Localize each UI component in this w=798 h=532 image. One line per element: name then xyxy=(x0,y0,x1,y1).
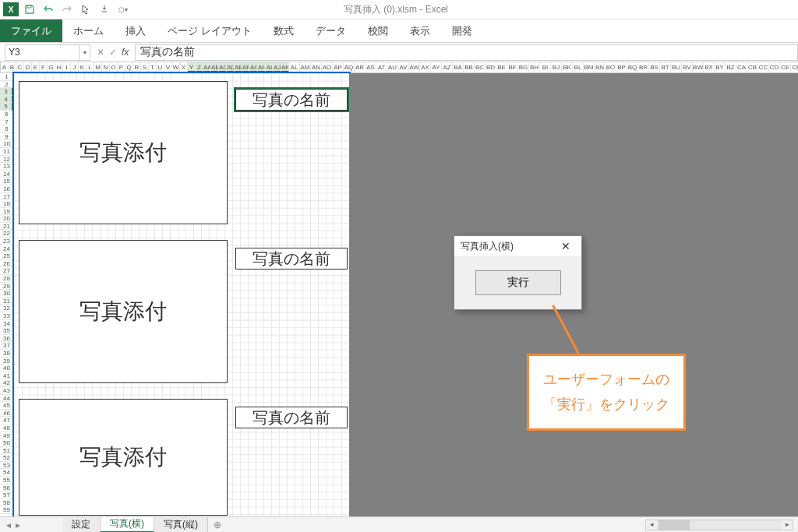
col-header[interactable]: BQ xyxy=(627,62,638,72)
row-header[interactable]: 16 xyxy=(0,185,13,193)
col-header[interactable]: B xyxy=(9,62,16,72)
close-icon[interactable]: ✕ xyxy=(556,240,575,252)
col-header[interactable]: Q xyxy=(125,62,133,72)
col-header[interactable]: BN xyxy=(595,62,606,72)
col-header[interactable]: BD xyxy=(486,62,496,72)
row-header[interactable]: 46 xyxy=(0,410,13,417)
col-header[interactable]: A xyxy=(1,62,9,72)
col-header[interactable]: BC xyxy=(475,62,486,72)
row-header[interactable]: 19 xyxy=(0,208,13,216)
row-header[interactable]: 25 xyxy=(0,252,13,260)
sheet-tab-photo-v[interactable]: 写真(縦) xyxy=(154,517,208,533)
row-header[interactable]: 39 xyxy=(0,358,13,365)
redo-icon[interactable] xyxy=(59,2,75,17)
col-header[interactable]: V xyxy=(164,62,172,72)
col-header[interactable]: AD xyxy=(227,62,235,72)
tab-nav-next-icon[interactable]: ▸ xyxy=(16,520,20,530)
col-header[interactable]: AK xyxy=(281,62,289,72)
row-header[interactable]: 41 xyxy=(0,372,13,380)
col-header[interactable]: AY xyxy=(431,62,442,72)
row-header[interactable]: 36 xyxy=(0,335,13,343)
row-header[interactable]: 6 xyxy=(0,111,13,118)
col-header[interactable]: AL xyxy=(289,62,300,72)
row-header[interactable]: 14 xyxy=(0,171,13,178)
col-header[interactable]: Y xyxy=(188,62,196,72)
col-header[interactable]: X xyxy=(180,62,188,72)
row-header[interactable]: 30 xyxy=(0,290,13,298)
col-header[interactable]: AU xyxy=(387,62,398,72)
row-header[interactable]: 28 xyxy=(0,275,13,283)
col-header[interactable]: AQ xyxy=(344,62,355,72)
fx-icon[interactable]: fx xyxy=(122,47,129,58)
col-header[interactable]: BK xyxy=(562,62,573,72)
row-header[interactable]: 52 xyxy=(0,454,13,462)
row-header[interactable]: 50 xyxy=(0,439,13,447)
col-header[interactable]: AH xyxy=(258,62,266,72)
col-header[interactable]: AI xyxy=(266,62,274,72)
row-header[interactable]: 8 xyxy=(0,125,13,133)
row-header[interactable]: 20 xyxy=(0,215,13,223)
row-header[interactable]: 35 xyxy=(0,327,13,335)
save-icon[interactable] xyxy=(22,2,37,17)
row-header[interactable]: 55 xyxy=(0,477,13,484)
col-header[interactable]: AC xyxy=(219,62,227,72)
col-header[interactable]: S xyxy=(141,62,149,72)
row-header[interactable]: 33 xyxy=(0,312,13,320)
row-header[interactable]: 51 xyxy=(0,447,13,455)
col-header[interactable]: AG xyxy=(250,62,258,72)
col-header[interactable]: T xyxy=(149,62,157,72)
row-header[interactable]: 44 xyxy=(0,395,13,403)
row-header[interactable]: 23 xyxy=(0,238,13,245)
col-header[interactable]: BO xyxy=(606,62,616,72)
col-header[interactable]: AO xyxy=(322,62,333,72)
row-header[interactable]: 13 xyxy=(0,163,13,171)
col-header[interactable]: AF xyxy=(242,62,250,72)
userform-dialog[interactable]: 写真挿入(横) ✕ 実行 xyxy=(454,235,582,310)
tab-nav-prev-icon[interactable]: ◂ xyxy=(6,520,11,530)
col-header[interactable]: BU xyxy=(671,62,682,72)
col-header[interactable]: E xyxy=(32,62,40,72)
tab-review[interactable]: 校閲 xyxy=(357,19,399,42)
col-header[interactable]: BG xyxy=(518,62,529,72)
col-header[interactable]: N xyxy=(102,62,110,72)
undo-icon[interactable] xyxy=(41,2,56,17)
row-header[interactable]: 7 xyxy=(0,118,13,126)
col-header[interactable]: CC xyxy=(758,62,769,72)
row-header[interactable]: 47 xyxy=(0,417,13,425)
row-header[interactable]: 42 xyxy=(0,379,13,387)
col-header[interactable]: F xyxy=(40,62,48,72)
formula-input[interactable]: 写真の名前 xyxy=(135,44,798,61)
col-header[interactable]: AE xyxy=(235,62,242,72)
horizontal-scrollbar[interactable]: ◂ ▸ xyxy=(645,520,793,530)
execute-button[interactable]: 実行 xyxy=(475,270,561,295)
col-header[interactable]: C xyxy=(16,62,24,72)
scroll-thumb[interactable] xyxy=(659,520,690,530)
col-header[interactable]: BJ xyxy=(551,62,562,72)
col-header[interactable]: J xyxy=(71,62,79,72)
tab-page-layout[interactable]: ページ レイアウト xyxy=(157,19,263,42)
col-header[interactable]: R xyxy=(133,62,141,72)
col-header[interactable]: BR xyxy=(638,62,649,72)
col-header[interactable]: H xyxy=(55,62,63,72)
row-header[interactable]: 12 xyxy=(0,156,13,164)
tab-developer[interactable]: 開発 xyxy=(441,19,483,42)
name-box[interactable]: Y3 xyxy=(5,44,79,61)
row-header[interactable]: 37 xyxy=(0,342,13,350)
row-header[interactable]: 18 xyxy=(0,200,13,208)
caption-box-3[interactable]: 写真の名前 xyxy=(235,407,348,428)
row-headers[interactable]: 1234567891011121314151617181920212223242… xyxy=(0,73,14,516)
row-header[interactable]: 5 xyxy=(0,103,13,111)
row-header[interactable]: 53 xyxy=(0,462,13,470)
row-header[interactable]: 27 xyxy=(0,267,13,275)
col-header[interactable]: BZ xyxy=(726,62,736,72)
col-header[interactable]: AB xyxy=(211,62,219,72)
row-header[interactable]: 59 xyxy=(0,506,13,514)
caption-box-2[interactable]: 写真の名前 xyxy=(235,248,348,270)
col-header[interactable]: AA xyxy=(203,62,211,72)
name-box-dropdown-icon[interactable]: ▾ xyxy=(79,44,90,61)
col-header[interactable]: M xyxy=(94,62,102,72)
col-header[interactable]: AN xyxy=(311,62,322,72)
col-header[interactable]: BS xyxy=(649,62,660,72)
col-header[interactable]: BH xyxy=(529,62,540,72)
col-header[interactable]: BY xyxy=(715,62,726,72)
